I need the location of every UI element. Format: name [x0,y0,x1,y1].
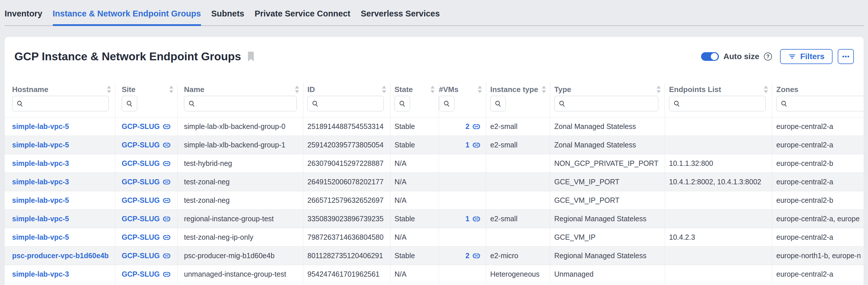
site-link[interactable]: GCP-SLUG [122,159,171,168]
column-filter-vms [439,96,486,117]
tab-inventory[interactable]: Inventory [5,9,42,26]
column-header-instance_type[interactable]: Instance type [486,83,550,96]
cell-hostname: simple-lab-vpc-5 [5,136,115,154]
table-row: simple-lab-vpc-5GCP-SLUGtest-zonal-neg26… [5,191,864,210]
hostname-link[interactable]: simple-lab-vpc-5 [12,233,69,242]
link-icon [162,196,171,205]
hostname-link[interactable]: simple-lab-vpc-5 [12,141,69,149]
cell-zones: europe-central2-a [772,173,864,191]
cell-id: 2591420395773805054 [303,136,391,154]
vms-link[interactable]: 1 [465,215,481,223]
site-link[interactable]: GCP-SLUG [122,252,171,260]
column-header-type[interactable]: Type [550,83,665,96]
more-options-button[interactable] [838,49,854,64]
cell-endpoints [665,118,772,135]
cell-hostname: simple-lab-vpc-5 [5,118,115,135]
search-box-site[interactable] [122,96,137,112]
column-header-state[interactable]: State [391,83,439,96]
site-link[interactable]: GCP-SLUG [122,233,171,242]
cell-text: Zonal Managed Stateless [554,122,636,131]
hostname-link[interactable]: simple-lab-vpc-3 [12,178,69,186]
site-link[interactable]: GCP-SLUG [122,215,171,223]
column-filter-id [303,96,391,117]
sort-icon [430,86,435,93]
link-icon [472,215,481,223]
site-link[interactable]: GCP-SLUG [122,196,171,205]
filters-button[interactable]: Filters [780,49,833,64]
search-box-instance_type[interactable] [490,96,506,112]
toggle-knob [711,53,718,60]
tab-instance-network-endpoint-groups[interactable]: Instance & Network Endpoint Groups [53,9,201,26]
column-filter-hostname [5,96,115,117]
cell-type: GCE_VM_IP [550,228,665,246]
column-header-zones[interactable]: Zones [772,83,864,96]
ellipsis-icon [841,52,850,61]
column-header-hostname[interactable]: Hostname [5,83,115,96]
hostname-link[interactable]: simple-lab-vpc-3 [12,270,69,278]
cell-text: 7987263714636804580 [307,233,383,242]
search-input-id[interactable] [321,99,383,108]
cell-instance_type [486,154,550,172]
link-icon [472,141,481,150]
cell-type: GCE_VM_IP_PORT [550,173,665,191]
help-icon[interactable]: ? [764,53,772,61]
cell-site: GCP-SLUG [115,210,178,228]
vms-link[interactable]: 1 [465,141,481,150]
site-link[interactable]: GCP-SLUG [122,141,171,150]
search-input-name[interactable] [198,99,297,108]
search-icon [494,100,502,107]
tab-serverless-services[interactable]: Serverless Services [361,9,440,26]
cell-text: test-zonal-neg-ip-only [184,233,253,242]
column-filter-name [178,96,303,117]
search-input-zones[interactable] [790,99,864,108]
cell-type: GCE_VM_IP_PORT [550,191,665,210]
column-label: Name [184,85,205,94]
cell-vms: 2 [439,247,486,265]
search-input-endpoints[interactable] [683,99,765,108]
hostname-link[interactable]: simple-lab-vpc-5 [12,122,69,131]
site-text: GCP-SLUG [122,215,160,223]
search-input-type[interactable] [568,99,658,108]
tab-subnets[interactable]: Subnets [211,9,244,26]
cell-id: 2630790415297228887 [303,154,391,172]
tab-private-service-connect[interactable]: Private Service Connect [255,9,350,26]
search-box-state[interactable] [395,96,410,112]
cell-hostname: simple-lab-vpc-3 [5,265,115,283]
hostname-link[interactable]: simple-lab-vpc-5 [12,215,69,223]
search-input-hostname[interactable] [26,99,108,108]
site-text: GCP-SLUG [122,159,160,167]
cell-text: e2-small [490,215,517,223]
cell-hostname: simple-lab-vpc-5 [5,210,115,228]
hostname-link[interactable]: psc-producer-vpc-b1d60e4b [12,252,109,260]
site-link[interactable]: GCP-SLUG [122,270,171,279]
cell-type: NON_GCP_PRIVATE_IP_PORT [550,154,665,172]
column-header-endpoints[interactable]: Endpoints List [665,83,772,96]
hostname-text: simple-lab-vpc-3 [12,178,69,186]
cell-state: Stable [391,136,439,154]
vms-link[interactable]: 2 [465,252,481,260]
cell-zones: europe-central2-a, europe [772,210,864,228]
cell-zones: europe-central2-a [772,136,864,154]
link-icon [472,122,481,131]
column-header-name[interactable]: Name [178,83,303,96]
cell-state: N/A [391,154,439,172]
cell-text: 2518914488754553314 [307,122,383,131]
hostname-link[interactable]: simple-lab-vpc-3 [12,159,69,167]
column-header-vms[interactable]: #VMs [439,83,486,96]
column-header-id[interactable]: ID [303,83,391,96]
site-link[interactable]: GCP-SLUG [122,178,171,186]
cell-site: GCP-SLUG [115,154,178,172]
cell-instance_type: Heterogeneous [486,265,550,283]
bookmark-icon[interactable] [247,52,255,61]
site-text: GCP-SLUG [122,122,160,131]
vms-link[interactable]: 2 [465,122,481,131]
cell-text: Stable [395,215,415,223]
search-box-vms[interactable] [439,96,455,112]
cell-zones: europe-central2-b [772,154,864,172]
auto-size-toggle[interactable] [701,52,719,61]
hostname-link[interactable]: simple-lab-vpc-5 [12,196,69,204]
neg-table: HostnameSiteNameIDState#VMsInstance type… [5,83,864,284]
column-filter-type [550,96,665,117]
site-link[interactable]: GCP-SLUG [122,122,171,131]
column-header-site[interactable]: Site [115,83,178,96]
